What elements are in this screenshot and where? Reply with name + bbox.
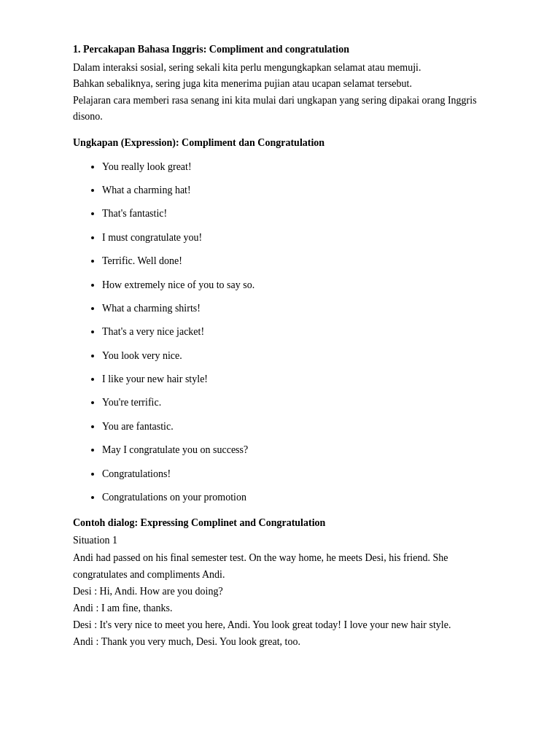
list-item: That's a very nice jacket! — [102, 324, 502, 340]
dialog-line-1: Desi : Hi, Andi. How are you doing? — [73, 583, 502, 600]
list-item: Terrific. Well done! — [102, 253, 502, 269]
intro-line-1: Dalam interaksi sosial, sering sekali ki… — [73, 62, 421, 73]
dialog-line-2: Andi : I am fine, thanks. — [73, 600, 502, 616]
list-item: Congratulations on your promotion — [102, 489, 502, 506]
section-title: 1. Percakapan Bahasa Inggris: Compliment… — [73, 44, 502, 55]
list-item: I like your new hair style! — [102, 371, 502, 387]
list-item: Congratulations! — [102, 466, 502, 482]
list-item: What a charming shirts! — [102, 301, 502, 317]
list-item: You are fantastic. — [102, 419, 502, 435]
list-item: What a charming hat! — [102, 182, 502, 198]
list-item: How extremely nice of you to say so. — [102, 277, 502, 293]
list-item: You're terrific. — [102, 395, 502, 411]
list-item: That's fantastic! — [102, 206, 502, 222]
intro-line-3: Pelajaran cara memberi rasa senang ini k… — [73, 95, 477, 122]
dialog-block: Situation 1 Andi had passed on his final… — [73, 532, 502, 650]
dialog-title: Contoh dialog: Expressing Complinet and … — [73, 517, 502, 529]
list-item: You look very nice. — [102, 348, 502, 364]
list-item: May I congratulate you on success? — [102, 442, 502, 458]
expressions-subtitle: Ungkapan (Expression): Compliment dan Co… — [73, 137, 502, 149]
intro-block: Dalam interaksi sosial, sering sekali ki… — [73, 60, 502, 125]
list-item: I must congratulate you! — [102, 230, 502, 246]
dialog-line-4: Andi : Thank you very much, Desi. You lo… — [73, 633, 502, 650]
page-content: 1. Percakapan Bahasa Inggris: Compliment… — [0, 0, 560, 694]
list-item: You really look great! — [102, 159, 502, 175]
dialog-line-3: Desi : It's very nice to meet you here, … — [73, 616, 502, 633]
dialog-situation: Situation 1 — [73, 532, 502, 549]
expression-list: You really look great! What a charming h… — [73, 159, 502, 506]
dialog-setup: Andi had passed on his final semester te… — [73, 549, 502, 583]
intro-line-2: Bahkan sebaliknya, sering juga kita mene… — [73, 78, 412, 89]
